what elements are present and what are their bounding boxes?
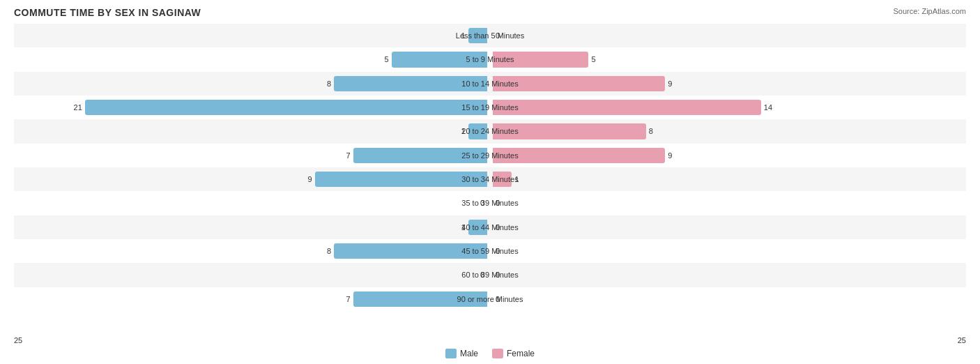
bar-row: 8 45 to 59 Minutes 0 [14, 239, 966, 263]
right-section: 9 [490, 72, 966, 96]
male-value: 8 [327, 79, 331, 88]
female-value: 9 [668, 79, 672, 88]
female-value: 0 [496, 31, 500, 40]
left-section: 8 [14, 72, 490, 96]
right-section: 0 [490, 287, 966, 311]
female-value: 1 [514, 175, 519, 183]
left-section: 1 [14, 119, 490, 143]
male-value: 9 [308, 175, 312, 183]
bar-row: 0 35 to 39 Minutes 0 [14, 191, 966, 215]
right-section: 0 [490, 191, 966, 215]
bar-row: 9 30 to 34 Minutes 1 [14, 167, 966, 191]
right-section: 0 [490, 24, 966, 47]
left-section: 5 [14, 47, 490, 71]
female-bar [493, 76, 665, 91]
bar-row: 7 25 to 29 Minutes 9 [14, 144, 966, 167]
male-bar [392, 52, 487, 67]
right-section: 9 [490, 144, 966, 167]
right-section: 0 [490, 215, 966, 239]
left-section: 0 [14, 263, 490, 287]
right-section: 8 [490, 119, 966, 143]
male-bar [468, 28, 487, 43]
female-value: 0 [496, 247, 500, 255]
male-bar [85, 100, 487, 115]
female-swatch [492, 349, 503, 358]
right-section: 0 [490, 239, 966, 263]
left-section: 21 [14, 96, 490, 119]
bar-row: 0 60 to 89 Minutes 0 [14, 263, 966, 287]
legend-female: Female [492, 349, 535, 358]
bar-row: 21 15 to 19 Minutes 14 [14, 96, 966, 119]
bar-row: 1 Less than 5 Minutes 0 [14, 24, 966, 47]
male-value: 5 [384, 55, 388, 63]
bars-area: 1 Less than 5 Minutes 0 5 5 to 9 Minutes… [14, 24, 966, 311]
bar-row: 1 20 to 24 Minutes 8 [14, 119, 966, 143]
source-text: Source: ZipAtlas.com [893, 7, 966, 15]
male-bar [353, 148, 487, 163]
female-bar [493, 100, 761, 115]
legend-male: Male [445, 349, 478, 358]
male-value: 1 [461, 223, 465, 232]
chart-container: COMMUTE TIME BY SEX IN SAGINAW Source: Z… [0, 0, 980, 364]
chart-title: COMMUTE TIME BY SEX IN SAGINAW [14, 7, 966, 18]
left-section: 1 [14, 215, 490, 239]
bar-row: 7 90 or more Minutes 0 [14, 287, 966, 311]
male-value: 7 [346, 295, 351, 303]
bar-row: 5 5 to 9 Minutes 5 [14, 47, 966, 71]
male-swatch [445, 349, 457, 358]
right-section: 1 [490, 167, 966, 191]
male-bar [353, 291, 487, 307]
male-value: 21 [74, 103, 82, 112]
female-value: 5 [591, 55, 595, 63]
female-value: 0 [496, 271, 500, 279]
female-label: Female [507, 349, 535, 358]
female-value: 0 [496, 295, 500, 303]
female-bar [493, 172, 512, 187]
male-bar [468, 123, 487, 139]
female-value: 0 [496, 223, 500, 232]
bar-row: 8 10 to 14 Minutes 9 [14, 72, 966, 96]
bar-row: 1 40 to 44 Minutes 0 [14, 215, 966, 239]
right-section: 0 [490, 263, 966, 287]
female-value: 14 [764, 103, 772, 112]
female-value: 0 [496, 199, 500, 207]
legend-area: Male Female [445, 349, 535, 358]
male-value: 1 [461, 31, 465, 40]
female-bar [493, 148, 665, 163]
left-section: 7 [14, 287, 490, 311]
female-bar [493, 123, 646, 139]
right-section: 14 [490, 96, 966, 119]
female-value: 9 [668, 151, 672, 160]
female-value: 8 [649, 127, 653, 135]
right-section: 5 [490, 47, 966, 71]
left-section: 1 [14, 24, 490, 47]
male-value: 0 [480, 199, 484, 207]
male-value: 0 [480, 271, 484, 279]
axis-right: 25 [958, 336, 966, 344]
male-bar [468, 220, 487, 235]
male-value: 7 [346, 151, 351, 160]
left-section: 8 [14, 239, 490, 263]
axis-left: 25 [14, 336, 22, 344]
left-section: 9 [14, 167, 490, 191]
male-value: 8 [327, 247, 331, 255]
male-bar [334, 243, 487, 259]
male-label: Male [460, 349, 478, 358]
female-bar [493, 52, 588, 67]
male-value: 1 [461, 127, 465, 135]
left-section: 7 [14, 144, 490, 167]
left-section: 0 [14, 191, 490, 215]
male-bar [334, 76, 487, 91]
male-bar [315, 172, 487, 187]
